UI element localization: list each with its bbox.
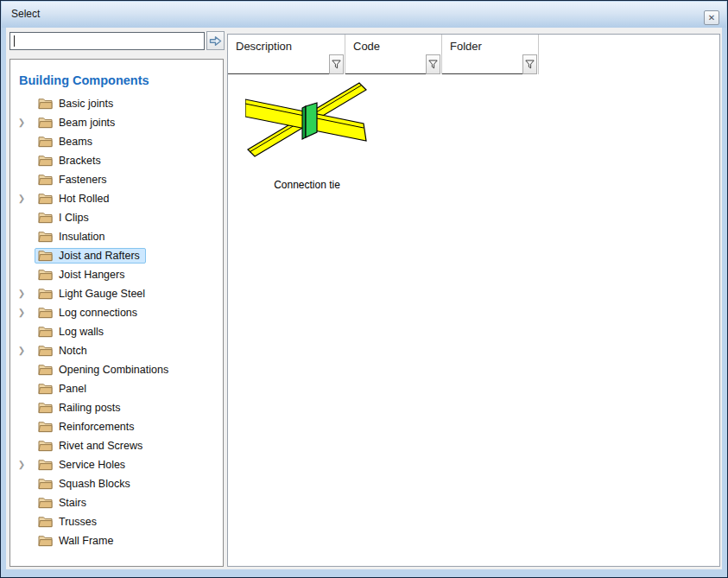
tree-item-label: Rivet and Screws — [59, 440, 142, 452]
tree-item-selectable[interactable]: Joist Hangers — [35, 267, 130, 283]
column-filter-input[interactable] — [442, 54, 522, 74]
titlebar[interactable]: Select ✕ — [2, 2, 726, 28]
tree-item[interactable]: ❯ Opening Combinations — [10, 360, 223, 379]
tree-item[interactable]: ❯ Log walls — [10, 322, 223, 341]
tree-item-label: Panel — [59, 383, 86, 395]
tree-item[interactable]: ❯ Basic joints — [10, 94, 223, 113]
tree-item-label: Joist and Rafters — [59, 250, 140, 262]
filter-button[interactable] — [329, 54, 344, 74]
folder-tree: ❯ Basic joints ❯ Beam joints ❯ — [10, 94, 223, 550]
search-input[interactable] — [9, 32, 205, 50]
search-go-button[interactable] — [206, 31, 225, 50]
chevron-right-icon[interactable]: ❯ — [16, 113, 28, 132]
tree-item-selectable[interactable]: Panel — [35, 381, 92, 397]
folder-icon — [38, 307, 53, 319]
tree-item-selectable[interactable]: Joist and Rafters — [35, 248, 146, 264]
tree-item-label: I Clips — [59, 212, 89, 224]
tree-item-label: Insulation — [59, 231, 105, 243]
column-header-label[interactable]: Code — [345, 35, 441, 53]
component-tree-panel[interactable]: Building Components ❯ Basic joints ❯ Bea… — [9, 59, 224, 567]
tree-item-label: Log walls — [59, 326, 104, 338]
tree-item-selectable[interactable]: Reinforcements — [35, 419, 141, 435]
tree-item[interactable]: ❯ Joist and Rafters — [10, 246, 223, 265]
tree-item[interactable]: ❯ Reinforcements — [10, 417, 223, 436]
tree-item-label: Basic joints — [59, 98, 113, 110]
tree-item[interactable]: ❯ Rivet and Screws — [10, 436, 223, 455]
tree-item[interactable]: ❯ Beam joints — [10, 113, 223, 132]
chevron-right-icon[interactable]: ❯ — [16, 284, 28, 303]
results-grid: Connection tie — [228, 74, 719, 566]
folder-icon — [38, 345, 53, 357]
chevron-right-icon[interactable]: ❯ — [16, 303, 28, 322]
tree-item[interactable]: ❯ Hot Rolled — [10, 189, 223, 208]
tree-item-selectable[interactable]: Fasteners — [35, 172, 113, 187]
folder-icon — [38, 383, 53, 395]
chevron-right-icon[interactable]: ❯ — [16, 341, 28, 360]
tree-item-selectable[interactable]: Beams — [35, 134, 98, 149]
tree-item-selectable[interactable]: Trusses — [35, 514, 103, 530]
tree-item-selectable[interactable]: Brackets — [35, 153, 107, 168]
filter-funnel-icon — [525, 60, 535, 69]
results-column-header: Code — [345, 35, 442, 74]
tree-item-label: Beams — [59, 136, 92, 148]
results-panel[interactable]: Description Code Folder — [227, 34, 720, 567]
column-header-label[interactable]: Description — [228, 35, 345, 53]
folder-icon — [38, 231, 53, 243]
tree-item[interactable]: ❯ Insulation — [10, 227, 223, 246]
filter-funnel-icon — [428, 60, 438, 69]
column-header-label[interactable]: Folder — [442, 35, 538, 53]
tree-item[interactable]: ❯ Railing posts — [10, 398, 223, 417]
tree-item-selectable[interactable]: Rivet and Screws — [35, 438, 149, 454]
folder-icon — [38, 497, 53, 509]
folder-icon — [38, 421, 53, 433]
tree-item[interactable]: ❯ Panel — [10, 379, 223, 398]
tree-item[interactable]: ❯ Squash Blocks — [10, 474, 223, 493]
folder-icon — [38, 98, 53, 110]
tree-item[interactable]: ❯ Joist Hangers — [10, 265, 223, 284]
tree-item[interactable]: ❯ Fasteners — [10, 170, 223, 189]
close-button[interactable]: ✕ — [704, 10, 719, 25]
tree-item-selectable[interactable]: Service Holes — [35, 457, 131, 473]
folder-icon — [38, 269, 53, 281]
filter-button[interactable] — [426, 54, 440, 74]
column-filter-row — [442, 54, 538, 74]
tree-item-selectable[interactable]: Notch — [35, 343, 93, 359]
tree-item-selectable[interactable]: Hot Rolled — [35, 191, 115, 206]
folder-icon — [38, 193, 53, 205]
tree-item[interactable]: ❯ Trusses — [10, 512, 223, 531]
tree-item-selectable[interactable]: Squash Blocks — [35, 476, 136, 492]
tree-item[interactable]: ❯ Beams — [10, 132, 223, 151]
tree-item[interactable]: ❯ Service Holes — [10, 455, 223, 474]
tree-item-selectable[interactable]: Opening Combinations — [35, 362, 174, 378]
component-thumbnail — [245, 82, 369, 160]
folder-icon — [38, 136, 53, 148]
tree-item[interactable]: ❯ I Clips — [10, 208, 223, 227]
tree-item[interactable]: ❯ Stairs — [10, 493, 223, 512]
tree-item-label: Fasteners — [59, 174, 107, 186]
tree-item[interactable]: ❯ Brackets — [10, 151, 223, 170]
tree-item[interactable]: ❯ Notch — [10, 341, 223, 360]
tree-item[interactable]: ❯ Log connections — [10, 303, 223, 322]
tree-item-selectable[interactable]: Stairs — [35, 495, 92, 511]
chevron-right-icon[interactable]: ❯ — [16, 189, 28, 208]
filter-button[interactable] — [522, 54, 537, 74]
tree-item-selectable[interactable]: Wall Frame — [35, 533, 119, 549]
dialog-body: Building Components ❯ Basic joints ❯ Bea… — [6, 28, 722, 569]
chevron-right-icon[interactable]: ❯ — [16, 455, 28, 474]
tree-item[interactable]: ❯ Wall Frame — [10, 531, 223, 550]
column-filter-input[interactable] — [228, 54, 329, 74]
component-caption: Connection tie — [274, 179, 340, 191]
tree-item-selectable[interactable]: Insulation — [35, 229, 111, 245]
tree-item[interactable]: ❯ Light Gauge Steel — [10, 284, 223, 303]
tree-item-selectable[interactable]: I Clips — [35, 210, 95, 225]
component-item[interactable]: Connection tie — [245, 82, 369, 191]
column-filter-input[interactable] — [345, 54, 426, 74]
tree-item-selectable[interactable]: Basic joints — [35, 96, 119, 111]
tree-item-selectable[interactable]: Log connections — [35, 305, 143, 321]
tree-item-label: Brackets — [59, 155, 101, 167]
tree-item-selectable[interactable]: Log walls — [35, 324, 110, 340]
tree-item-selectable[interactable]: Light Gauge Steel — [35, 286, 151, 302]
tree-item-selectable[interactable]: Beam joints — [35, 115, 121, 130]
tree-item-selectable[interactable]: Railing posts — [35, 400, 127, 416]
tree-item-label: Service Holes — [59, 459, 125, 471]
